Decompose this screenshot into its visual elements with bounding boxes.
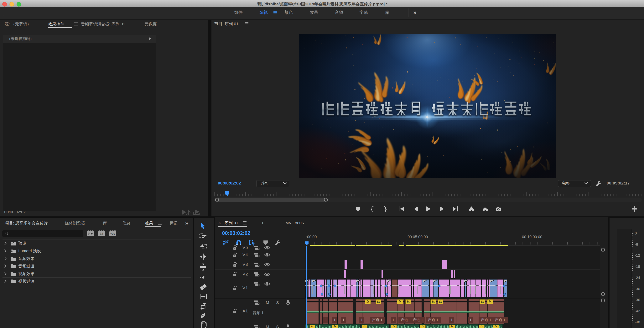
svg-text:32: 32	[100, 232, 103, 236]
svg-text:YUV: YUV	[110, 233, 115, 235]
